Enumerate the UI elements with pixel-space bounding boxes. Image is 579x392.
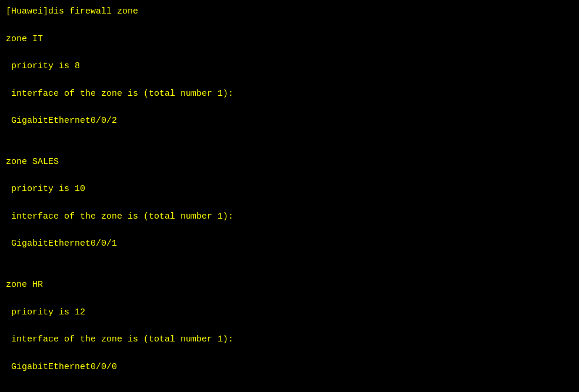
terminal-line: priority is 8 <box>6 59 573 73</box>
terminal-line: GigabitEthernet0/0/0 <box>6 360 573 374</box>
terminal-line: GigabitEthernet0/0/2 <box>6 114 573 128</box>
terminal-line: interface of the zone is (total number 1… <box>6 333 573 346</box>
terminal-line: priority is 10 <box>6 182 573 196</box>
terminal-line: priority is 12 <box>6 306 573 319</box>
terminal-line: interface of the zone is (total number 1… <box>6 210 573 223</box>
terminal-line: zone SALES <box>6 155 573 169</box>
terminal-line: GigabitEthernet0/0/1 <box>6 237 573 250</box>
terminal-line: [Huawei]dis firewall zone <box>6 5 573 18</box>
terminal-window[interactable]: [Huawei]dis firewall zone zone IT priori… <box>0 0 579 392</box>
terminal-line: zone HR <box>6 278 573 292</box>
terminal-line: zone IT <box>6 32 573 46</box>
terminal-line: interface of the zone is (total number 1… <box>6 87 573 100</box>
